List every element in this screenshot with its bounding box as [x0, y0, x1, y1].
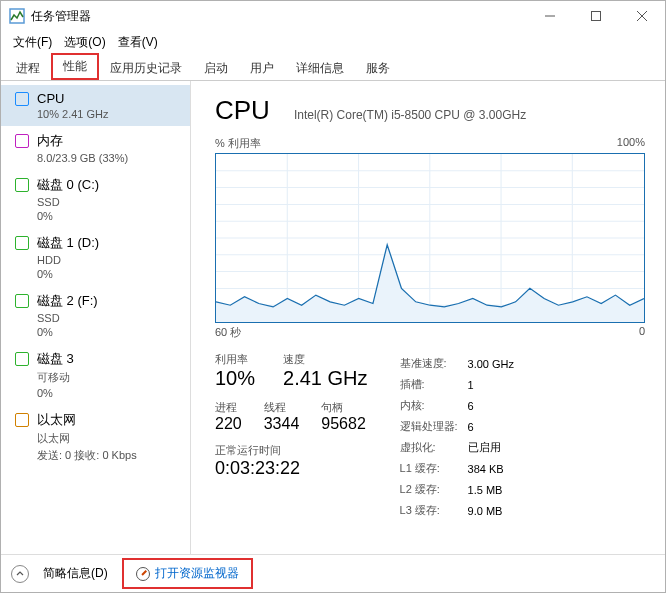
sidebar-item-sub2: 发送: 0 接收: 0 Kbps [15, 448, 180, 463]
indicator-icon [15, 236, 29, 250]
app-icon [9, 8, 25, 24]
menu-options[interactable]: 选项(O) [58, 32, 111, 53]
menu-view[interactable]: 查看(V) [112, 32, 164, 53]
sidebar-item-sub2: 0% [15, 268, 180, 280]
sidebar-item-6[interactable]: 以太网以太网发送: 0 接收: 0 Kbps [1, 405, 190, 469]
sidebar-item-name: 内存 [37, 132, 63, 150]
tab-用户[interactable]: 用户 [239, 55, 285, 81]
sidebar-item-name: 磁盘 3 [37, 350, 74, 368]
chart-label-tl: % 利用率 [215, 136, 261, 151]
label-threads: 线程 [264, 400, 300, 415]
sidebar-item-5[interactable]: 磁盘 3可移动0% [1, 344, 190, 405]
detail-key: L1 缓存: [400, 459, 466, 478]
sidebar-item-sub2: 0% [15, 210, 180, 222]
sidebar-item-sub: 以太网 [15, 431, 180, 446]
chart-label-tr: 100% [617, 136, 645, 151]
label-speed: 速度 [283, 352, 367, 367]
sidebar-item-4[interactable]: 磁盘 2 (F:)SSD0% [1, 286, 190, 344]
value-uptime: 0:03:23:22 [215, 458, 368, 479]
chart-label-bl: 60 秒 [215, 325, 241, 340]
sidebar-item-0[interactable]: CPU10% 2.41 GHz [1, 85, 190, 126]
detail-key: L2 缓存: [400, 480, 466, 499]
menubar: 文件(F) 选项(O) 查看(V) [1, 31, 665, 53]
sidebar-item-sub: 可移动 [15, 370, 180, 385]
value-utilization: 10% [215, 367, 255, 390]
detail-key: L3 缓存: [400, 501, 466, 520]
footer: 简略信息(D) 打开资源监视器 [1, 554, 665, 592]
window-title: 任务管理器 [31, 8, 91, 25]
indicator-icon [15, 294, 29, 308]
sidebar-item-sub2: 0% [15, 326, 180, 338]
detail-value: 1.5 MB [468, 480, 522, 499]
tab-服务[interactable]: 服务 [355, 55, 401, 81]
sidebar-item-name: 以太网 [37, 411, 76, 429]
detail-value: 9.0 MB [468, 501, 522, 520]
minimize-button[interactable] [527, 1, 573, 31]
menu-file[interactable]: 文件(F) [7, 32, 58, 53]
sidebar-item-name: 磁盘 0 (C:) [37, 176, 99, 194]
chevron-up-icon[interactable] [11, 565, 29, 583]
chart-label-br: 0 [639, 325, 645, 340]
detail-value: 3.00 GHz [468, 354, 522, 373]
tab-详细信息[interactable]: 详细信息 [285, 55, 355, 81]
sidebar-item-sub: SSD [15, 196, 180, 208]
sidebar-item-name: 磁盘 2 (F:) [37, 292, 98, 310]
tab-启动[interactable]: 启动 [193, 55, 239, 81]
maximize-button[interactable] [573, 1, 619, 31]
sidebar-item-sub: HDD [15, 254, 180, 266]
fewer-details-button[interactable]: 简略信息(D) [43, 565, 108, 582]
value-processes: 220 [215, 415, 242, 433]
value-speed: 2.41 GHz [283, 367, 367, 390]
sidebar-item-sub2: 0% [15, 387, 180, 399]
value-threads: 3344 [264, 415, 300, 433]
sidebar-item-name: CPU [37, 91, 64, 106]
resmon-icon [136, 567, 150, 581]
label-utilization: 利用率 [215, 352, 255, 367]
titlebar: 任务管理器 [1, 1, 665, 31]
value-handles: 95682 [321, 415, 366, 433]
tab-进程[interactable]: 进程 [5, 55, 51, 81]
indicator-icon [15, 178, 29, 192]
main-pane: CPU Intel(R) Core(TM) i5-8500 CPU @ 3.00… [191, 81, 665, 554]
label-uptime: 正常运行时间 [215, 443, 368, 458]
tabbar: 进程性能应用历史记录启动用户详细信息服务 [1, 53, 665, 81]
indicator-icon [15, 413, 29, 427]
label-handles: 句柄 [321, 400, 366, 415]
tab-性能[interactable]: 性能 [53, 55, 97, 78]
indicator-icon [15, 92, 29, 106]
sidebar-item-sub: 10% 2.41 GHz [15, 108, 180, 120]
indicator-icon [15, 134, 29, 148]
sidebar-item-name: 磁盘 1 (D:) [37, 234, 99, 252]
detail-key: 内核: [400, 396, 466, 415]
page-title: CPU [215, 95, 270, 126]
detail-value: 384 KB [468, 459, 522, 478]
cpu-chart [215, 153, 645, 323]
detail-value: 1 [468, 375, 522, 394]
detail-key: 逻辑处理器: [400, 417, 466, 436]
sidebar-item-sub: SSD [15, 312, 180, 324]
open-resmon-link[interactable]: 打开资源监视器 [122, 558, 253, 589]
sidebar-item-3[interactable]: 磁盘 1 (D:)HDD0% [1, 228, 190, 286]
detail-key: 插槽: [400, 375, 466, 394]
detail-key: 基准速度: [400, 354, 466, 373]
close-button[interactable] [619, 1, 665, 31]
cpu-details-table: 基准速度:3.00 GHz插槽:1内核:6逻辑处理器:6虚拟化:已启用L1 缓存… [398, 352, 525, 522]
detail-value: 6 [468, 396, 522, 415]
indicator-icon [15, 352, 29, 366]
sidebar-item-sub: 8.0/23.9 GB (33%) [15, 152, 180, 164]
cpu-model: Intel(R) Core(TM) i5-8500 CPU @ 3.00GHz [294, 108, 526, 122]
detail-value: 6 [468, 417, 522, 436]
open-resmon-label: 打开资源监视器 [155, 565, 239, 582]
detail-key: 虚拟化: [400, 438, 466, 457]
label-processes: 进程 [215, 400, 242, 415]
svg-rect-2 [592, 12, 601, 21]
tab-应用历史记录[interactable]: 应用历史记录 [99, 55, 193, 81]
detail-value: 已启用 [468, 438, 522, 457]
sidebar-item-1[interactable]: 内存8.0/23.9 GB (33%) [1, 126, 190, 170]
sidebar-item-2[interactable]: 磁盘 0 (C:)SSD0% [1, 170, 190, 228]
sidebar: CPU10% 2.41 GHz内存8.0/23.9 GB (33%)磁盘 0 (… [1, 81, 191, 554]
